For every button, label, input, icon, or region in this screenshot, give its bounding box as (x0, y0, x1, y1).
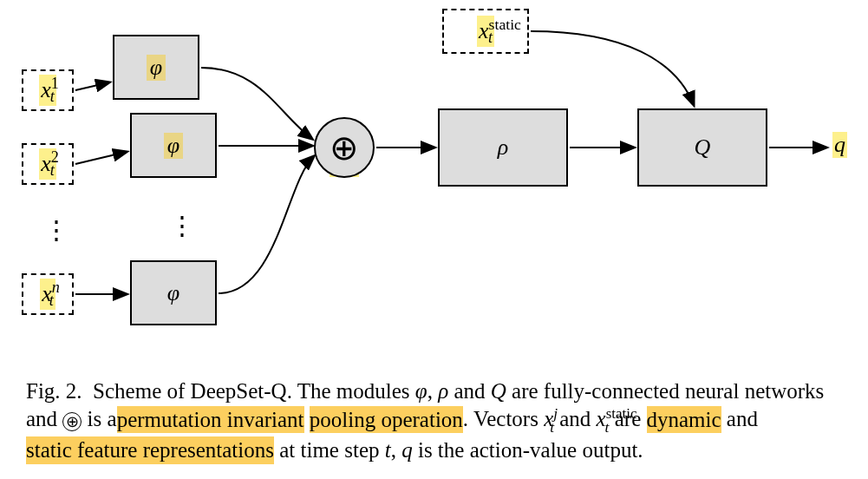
caption-q: q (401, 438, 413, 462)
caption-and2: and (554, 408, 597, 431)
caption-and3: and (721, 408, 758, 431)
input-x2-label: x2t (39, 148, 56, 180)
caption-text-1a: Scheme of DeepSet-Q. The modules (93, 379, 415, 403)
svg-line-0 (75, 82, 109, 90)
caption-text-2c: . Vectors (463, 408, 538, 431)
input-xstatic-label: xstatict (477, 16, 494, 48)
phi-2-label: φ (167, 133, 179, 158)
caption-Q: Q (491, 379, 506, 403)
hl-permutation-invariant: permutation invariant (117, 406, 304, 433)
q-box: Q (637, 108, 767, 187)
vdots-inputs: ⋮ (43, 226, 69, 234)
rho-label: ρ (498, 135, 508, 161)
input-x1: x1t (22, 69, 74, 111)
input-xn: xnt (22, 273, 74, 315)
caption-2b-pre: is a (82, 408, 116, 431)
phi-box-n: φ (130, 260, 217, 325)
caption: Fig. 2. Scheme of DeepSet-Q. The modules… (26, 377, 841, 464)
caption-are: are (609, 408, 646, 431)
phi-n-label: φ (167, 280, 179, 306)
q-output: q (832, 132, 847, 158)
caption-comma2: , (391, 438, 396, 462)
vdots-phi: ⋮ (169, 221, 195, 230)
diagram: x1t x2t ⋮ xnt φ φ ⋮ φ ⊕ ρ Q xstatict q (0, 0, 868, 347)
svg-line-1 (75, 152, 127, 164)
phi-1-highlight: φ (147, 55, 166, 81)
caption-phi: φ (415, 379, 427, 403)
phi-box-2: φ (130, 113, 217, 178)
fig-label: Fig. 2. (26, 379, 82, 403)
caption-t: t (385, 438, 391, 462)
input-x2: x2t (22, 143, 74, 185)
hl-static-feat: static feature representations (26, 436, 274, 463)
hl-pooling-operation: pooling operation (310, 406, 463, 433)
caption-oplus-icon: ⊕ (62, 412, 82, 431)
oplus-symbol: ⊕ (330, 128, 359, 167)
pool-node: ⊕ (314, 117, 375, 178)
caption-rho: ρ (438, 379, 448, 403)
caption-text-1b: are fully-connected (506, 379, 680, 403)
caption-and1: and (448, 379, 491, 403)
phi-2-highlight: φ (164, 133, 183, 159)
caption-at-time: at time step (274, 438, 385, 462)
q-label: Q (695, 135, 711, 161)
phi-box-1: φ (113, 35, 199, 100)
caption-comma1: , (427, 379, 439, 403)
q-output-label: q (832, 132, 847, 158)
input-xn-label: xnt (40, 279, 55, 311)
input-xstatic: xstatict (442, 9, 529, 54)
phi-1-label: φ (150, 55, 162, 80)
rho-box: ρ (438, 108, 568, 187)
caption-is-the: is the action-value output. (413, 438, 643, 462)
hl-dynamic: dynamic (647, 406, 721, 433)
input-x1-label: x1t (39, 75, 56, 107)
